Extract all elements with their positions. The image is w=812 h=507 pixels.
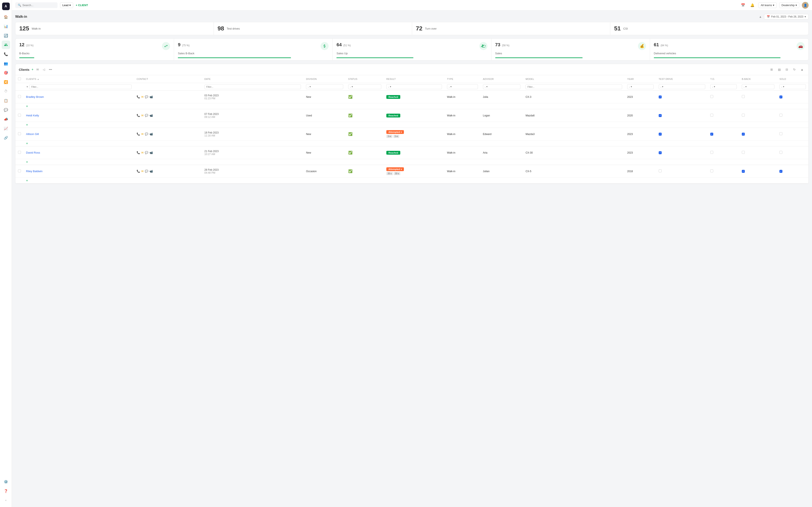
sidebar-item-clients[interactable]: [2, 41, 10, 49]
to-cell-1-box[interactable]: [710, 114, 713, 117]
app-logo[interactable]: A: [2, 3, 10, 10]
sold-cell-0-box[interactable]: ✓: [779, 96, 782, 99]
add-client-button[interactable]: + CLIENT: [76, 4, 88, 7]
select-all-checkbox[interactable]: [18, 77, 21, 80]
sidebar-item-collapse[interactable]: «: [2, 496, 10, 504]
status-filter[interactable]: -▾: [348, 84, 381, 89]
chat-icon-0[interactable]: 💬: [145, 95, 148, 99]
to-cell-1[interactable]: [708, 109, 739, 122]
chat-icon-3[interactable]: 💬: [145, 151, 148, 154]
sold-cell-4[interactable]: ✓: [777, 165, 808, 178]
testdrive-cell-2[interactable]: ✓: [656, 128, 708, 140]
email-icon[interactable]: ✉: [36, 67, 40, 72]
sidebar-item-help[interactable]: ❓: [2, 487, 10, 495]
lead-button[interactable]: Lead ▾: [60, 2, 73, 8]
sold-filter[interactable]: -▾: [779, 84, 806, 89]
client-name-4[interactable]: Riley Baldwin: [26, 170, 43, 173]
more-options-icon[interactable]: •••: [48, 67, 53, 72]
columns-button[interactable]: ⊟: [784, 66, 790, 72]
email-icon-4[interactable]: ✉: [141, 170, 144, 173]
testdrive-cell-1-box[interactable]: ✓: [659, 114, 662, 117]
sold-cell-1[interactable]: [777, 109, 808, 122]
add-row-plus-0[interactable]: +: [26, 104, 28, 108]
dealership-selector[interactable]: Dealership ▾: [779, 2, 799, 8]
list-view-button[interactable]: ▤: [776, 66, 782, 72]
share-icon[interactable]: ◁: [42, 67, 46, 72]
add-row-plus-3[interactable]: +: [26, 160, 28, 164]
bback-cell-2[interactable]: ✓: [739, 128, 777, 140]
to-cell-2[interactable]: ✓: [708, 128, 739, 140]
sidebar-item-integrations[interactable]: 🔗: [2, 133, 10, 142]
team-selector[interactable]: All teams ▾: [758, 2, 776, 8]
phone-icon-2[interactable]: 📞: [137, 132, 140, 135]
testdrive-cell-0-box[interactable]: ✓: [659, 96, 662, 99]
division-filter[interactable]: -▾: [306, 84, 343, 89]
sidebar-item-targets[interactable]: 🎯: [2, 68, 10, 77]
result-badge-1[interactable]: Reached: [386, 114, 400, 117]
bback-cell-2-box[interactable]: ✓: [742, 133, 745, 135]
date-filter-input[interactable]: [204, 84, 301, 89]
to-filter[interactable]: -▾: [710, 84, 737, 89]
testdrive-cell-1[interactable]: ✓: [656, 109, 708, 122]
chat-icon-4[interactable]: 💬: [145, 170, 148, 173]
testdrive-cell-2-box[interactable]: ✓: [659, 133, 662, 135]
row-checkbox-3[interactable]: [18, 151, 21, 154]
bback-cell-0[interactable]: [739, 91, 777, 103]
refresh-button[interactable]: ↻: [792, 66, 798, 72]
result-cell-4[interactable]: Attempted ▾33 s33 s: [384, 165, 445, 178]
sold-cell-3-box[interactable]: [779, 151, 782, 154]
sidebar-item-dashboard[interactable]: 📊: [2, 22, 10, 31]
phone-icon-3[interactable]: 📞: [137, 151, 140, 154]
bback-cell-3-box[interactable]: [742, 151, 745, 154]
sidebar-item-messages[interactable]: 💬: [2, 106, 10, 114]
model-filter-input[interactable]: [525, 84, 622, 89]
add-row-plus-1[interactable]: +: [26, 123, 28, 126]
testdrive-cell-4[interactable]: [656, 165, 708, 178]
result-cell-1[interactable]: Reached: [384, 109, 445, 122]
sold-cell-3[interactable]: [777, 147, 808, 159]
sold-cell-2[interactable]: [777, 128, 808, 140]
testdrive-cell-3-box[interactable]: ✓: [659, 151, 662, 154]
sidebar-item-analytics[interactable]: 📈: [2, 124, 10, 133]
bback-cell-4[interactable]: ✓: [739, 165, 777, 178]
result-badge-2[interactable]: Attempted ▾: [386, 130, 404, 134]
phone-icon-4[interactable]: 📞: [137, 170, 140, 173]
video-icon-2[interactable]: 📹: [150, 132, 153, 135]
sidebar-item-settings[interactable]: ⚙️: [2, 477, 10, 486]
testdrive-cell-4-box[interactable]: [659, 169, 662, 172]
calendar-icon[interactable]: 📅: [740, 2, 747, 9]
client-name-0[interactable]: Bradley Brown: [26, 95, 44, 99]
video-icon-1[interactable]: 📹: [150, 114, 153, 117]
row-checkbox-1[interactable]: [18, 114, 21, 117]
to-cell-4-box[interactable]: [710, 169, 713, 172]
sold-cell-0[interactable]: ✓: [777, 91, 808, 103]
sold-cell-1-box[interactable]: [779, 114, 782, 117]
advisor-filter[interactable]: -▾: [483, 84, 521, 89]
bback-cell-3[interactable]: [739, 147, 777, 159]
client-name-2[interactable]: Allison Gill: [26, 132, 39, 135]
clients-filter-input[interactable]: [30, 84, 132, 89]
sidebar-item-timer[interactable]: ⏱: [2, 87, 10, 96]
result-filter[interactable]: -▾: [386, 84, 442, 89]
section-collapse-icon[interactable]: ▲: [759, 15, 762, 18]
to-cell-3[interactable]: [708, 147, 739, 159]
sidebar-item-pipeline[interactable]: 🔄: [2, 31, 10, 40]
client-name-1[interactable]: Heidi Kelly: [26, 114, 39, 117]
sidebar-item-tasks[interactable]: 📋: [2, 96, 10, 105]
video-icon-3[interactable]: 📹: [150, 151, 153, 154]
phone-icon-0[interactable]: 📞: [137, 95, 140, 99]
row-checkbox-2[interactable]: [18, 132, 21, 135]
result-cell-2[interactable]: Attempted ▾3 m3 m: [384, 128, 445, 140]
clients-sort-arrow[interactable]: ▲: [37, 78, 39, 80]
search-wrap[interactable]: 🔍: [15, 2, 57, 8]
search-input[interactable]: [22, 4, 48, 7]
add-row-plus-2[interactable]: +: [26, 142, 28, 145]
sold-cell-4-box[interactable]: ✓: [779, 170, 782, 173]
sold-cell-2-box[interactable]: [779, 132, 782, 135]
video-icon-0[interactable]: 📹: [150, 95, 153, 99]
email-icon-3[interactable]: ✉: [141, 151, 144, 154]
year-filter[interactable]: -▾: [627, 84, 654, 89]
to-cell-3-box[interactable]: [710, 151, 713, 154]
sidebar-item-home[interactable]: 🏠: [2, 13, 10, 21]
date-filter-button[interactable]: 📅 Feb 01, 2023 - Feb 28, 2023 ▾: [764, 14, 809, 19]
